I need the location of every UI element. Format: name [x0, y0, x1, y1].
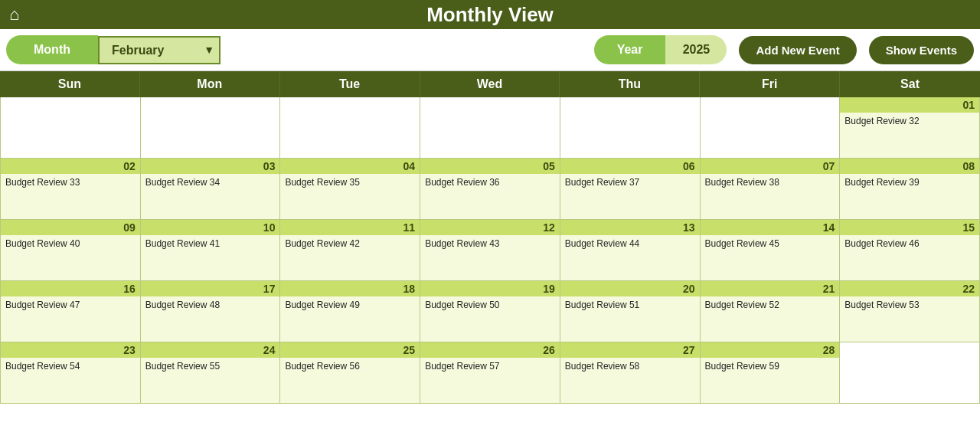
calendar-cell[interactable]: 05Budget Review 36	[420, 159, 560, 220]
cell-date: 13	[560, 220, 700, 235]
calendar-cell[interactable]: 22Budget Review 53	[840, 281, 980, 342]
calendar-cell[interactable]: 23Budget Review 54	[1, 342, 141, 404]
cell-date: 16	[1, 281, 140, 296]
day-header: Sun	[0, 71, 140, 97]
cell-event: Budget Review 46	[840, 235, 979, 252]
calendar-cell[interactable]: 24Budget Review 55	[141, 342, 281, 404]
cell-date: 19	[420, 281, 560, 296]
calendar-cell[interactable]	[141, 97, 281, 159]
cell-event: Budget Review 45	[701, 235, 840, 252]
calendar-cell[interactable]: 02Budget Review 33	[1, 159, 141, 220]
calendar-cell[interactable]: 14Budget Review 45	[701, 220, 841, 281]
calendar-cell[interactable]: 09Budget Review 40	[1, 220, 141, 281]
cell-event: Budget Review 50	[420, 296, 560, 313]
cell-event: Budget Review 52	[701, 296, 840, 313]
cell-date: 06	[560, 159, 700, 174]
calendar-cell[interactable]: 17Budget Review 48	[141, 281, 281, 342]
calendar-cell[interactable]: 28Budget Review 59	[701, 342, 841, 404]
cell-date: 28	[701, 342, 840, 358]
cell-event: Budget Review 44	[560, 235, 700, 252]
cell-event: Budget Review 48	[141, 296, 280, 313]
cell-event: Budget Review 51	[560, 296, 700, 313]
cell-event: Budget Review 42	[280, 235, 420, 252]
calendar-cell[interactable]: 01Budget Review 32	[840, 97, 980, 159]
cell-event: Budget Review 55	[141, 358, 280, 375]
cell-date: 15	[840, 220, 979, 235]
cell-date: 18	[280, 281, 420, 296]
calendar-cell[interactable]: 11Budget Review 42	[280, 220, 420, 281]
cell-date: 17	[141, 281, 280, 296]
cell-date: 21	[701, 281, 840, 296]
toolbar: Month JanuaryFebruaryMarchAprilMayJuneJu…	[0, 29, 980, 71]
calendar-cell[interactable]: 06Budget Review 37	[560, 159, 701, 220]
day-header: Tue	[280, 71, 420, 97]
calendar-cell[interactable]: 19Budget Review 50	[420, 281, 560, 342]
calendar-cell[interactable]: 13Budget Review 44	[560, 220, 701, 281]
calendar-cell[interactable]	[420, 97, 560, 159]
calendar-cell[interactable]: 08Budget Review 39	[840, 159, 980, 220]
calendar-cell[interactable]	[560, 97, 701, 159]
cell-date: 26	[420, 342, 560, 358]
cell-event: Budget Review 33	[1, 174, 140, 191]
calendar: SunMonTueWedThuFriSat 01Budget Review 32…	[0, 71, 980, 404]
cell-event: Budget Review 34	[141, 174, 280, 191]
calendar-cell[interactable]: 10Budget Review 41	[141, 220, 281, 281]
page-title: Monthly View	[426, 3, 554, 27]
year-value: 2025	[665, 35, 727, 64]
calendar-cell[interactable]: 21Budget Review 52	[701, 281, 841, 342]
calendar-cell[interactable]	[701, 97, 841, 159]
calendar-cell[interactable]: 20Budget Review 51	[560, 281, 701, 342]
cell-date: 09	[1, 220, 140, 235]
cell-date: 14	[701, 220, 840, 235]
cell-event: Budget Review 56	[280, 358, 420, 375]
cell-date: 10	[141, 220, 280, 235]
cell-date: 02	[1, 159, 140, 174]
month-select[interactable]: JanuaryFebruaryMarchAprilMayJuneJulyAugu…	[98, 36, 220, 64]
cell-date: 27	[560, 342, 700, 358]
cell-date: 07	[701, 159, 840, 174]
calendar-cell[interactable]: 26Budget Review 57	[420, 342, 560, 404]
cell-event: Budget Review 59	[701, 358, 840, 375]
day-header: Thu	[560, 71, 700, 97]
day-header: Mon	[140, 71, 280, 97]
cell-event: Budget Review 35	[280, 174, 420, 191]
add-event-button[interactable]: Add New Event	[739, 36, 856, 64]
day-header: Sat	[840, 71, 980, 97]
cell-date: 03	[141, 159, 280, 174]
cell-date: 04	[280, 159, 420, 174]
month-label: Month	[6, 35, 98, 64]
cell-event: Budget Review 58	[560, 358, 700, 375]
year-label: Year	[594, 35, 666, 64]
calendar-cell[interactable]: 18Budget Review 49	[280, 281, 420, 342]
cell-event: Budget Review 38	[701, 174, 840, 191]
cell-event: Budget Review 32	[840, 113, 979, 129]
cell-event: Budget Review 53	[840, 296, 979, 313]
calendar-cell[interactable]: 27Budget Review 58	[560, 342, 701, 404]
home-icon[interactable]: ⌂	[9, 5, 19, 25]
calendar-cell[interactable]: 04Budget Review 35	[280, 159, 420, 220]
cell-date: 24	[141, 342, 280, 358]
cell-date: 01	[840, 97, 979, 113]
calendar-cell[interactable]: 16Budget Review 47	[1, 281, 141, 342]
day-headers-row: SunMonTueWedThuFriSat	[0, 71, 980, 97]
cell-date: 23	[1, 342, 140, 358]
calendar-cell[interactable]: 03Budget Review 34	[141, 159, 281, 220]
day-header: Fri	[700, 71, 840, 97]
cell-date: 25	[280, 342, 420, 358]
cell-event: Budget Review 39	[840, 174, 979, 191]
calendar-cell[interactable]	[280, 97, 420, 159]
calendar-cell[interactable]	[840, 342, 980, 404]
calendar-cell[interactable]	[1, 97, 141, 159]
cell-event: Budget Review 37	[560, 174, 700, 191]
show-events-button[interactable]: Show Events	[869, 36, 974, 64]
cell-date: 22	[840, 281, 979, 296]
calendar-grid: 01Budget Review 3202Budget Review 3303Bu…	[0, 97, 980, 404]
calendar-cell[interactable]: 12Budget Review 43	[420, 220, 560, 281]
month-select-wrap: JanuaryFebruaryMarchAprilMayJuneJulyAugu…	[98, 36, 220, 64]
calendar-cell[interactable]: 15Budget Review 46	[840, 220, 980, 281]
cell-event: Budget Review 36	[420, 174, 560, 191]
cell-date: 12	[420, 220, 560, 235]
cell-event: Budget Review 49	[280, 296, 420, 313]
calendar-cell[interactable]: 07Budget Review 38	[701, 159, 841, 220]
calendar-cell[interactable]: 25Budget Review 56	[280, 342, 420, 404]
